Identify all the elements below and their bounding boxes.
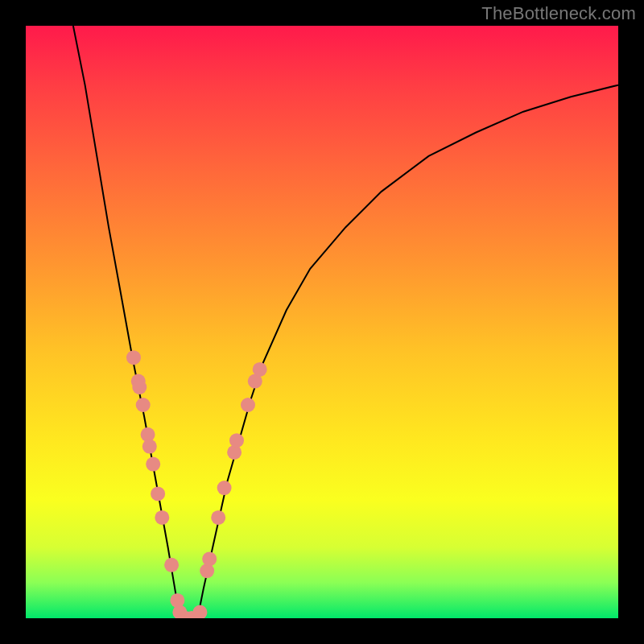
data-marker [253, 362, 267, 377]
data-marker [155, 510, 169, 525]
chart-area [26, 26, 618, 618]
chart-svg [26, 26, 618, 618]
data-marker [151, 486, 165, 501]
data-marker [146, 457, 160, 472]
data-marker [136, 398, 151, 412]
data-marker [132, 380, 147, 394]
data-marker [241, 398, 255, 412]
data-marker [229, 433, 244, 448]
data-marker [164, 558, 179, 572]
data-marker [126, 350, 141, 365]
data-marker [217, 481, 232, 495]
data-marker [142, 440, 157, 454]
bottleneck-curve-left [73, 26, 180, 618]
data-marker [202, 551, 217, 566]
outer-frame: TheBottleneck.com [0, 0, 644, 644]
data-marker [192, 605, 207, 618]
data-marker [211, 510, 225, 525]
bottleneck-curve-right [197, 85, 618, 618]
watermark-text: TheBottleneck.com [481, 3, 636, 24]
data-markers [126, 350, 267, 618]
